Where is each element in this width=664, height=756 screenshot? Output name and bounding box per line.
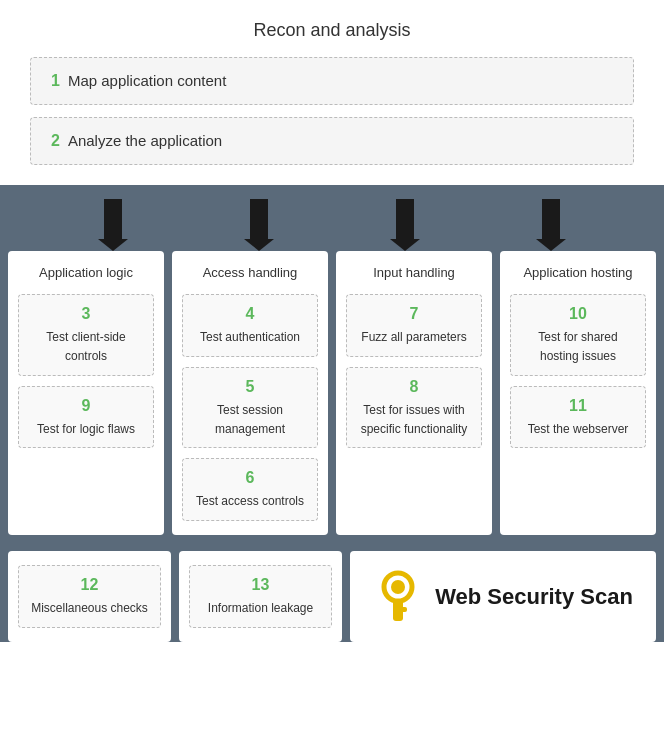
top-title: Recon and analysis: [30, 20, 634, 41]
bottom-col-12: 12 Miscellaneous checks: [8, 551, 171, 642]
item-12-label: Miscellaneous checks: [31, 601, 148, 615]
item-13: 13 Information leakage: [189, 565, 332, 628]
item-5-label: Test session management: [215, 403, 285, 436]
arrow-1: [104, 199, 122, 241]
brand-icon: [373, 567, 423, 627]
bottom-section: 12 Miscellaneous checks 13 Information l…: [0, 551, 664, 642]
arrow-2: [250, 199, 268, 241]
svg-rect-3: [393, 607, 407, 612]
column-access-handling: Access handling 4 Test authentication 5 …: [172, 251, 328, 535]
item-4-label: Test authentication: [200, 330, 300, 344]
item-11-number: 11: [519, 397, 637, 415]
item-13-label: Information leakage: [208, 601, 313, 615]
item-8-number: 8: [355, 378, 473, 396]
item-10-number: 10: [519, 305, 637, 323]
item-12: 12 Miscellaneous checks: [18, 565, 161, 628]
item-7-label: Fuzz all parameters: [361, 330, 466, 344]
column-title-access-handling: Access handling: [182, 265, 318, 280]
item-6-number: 6: [191, 469, 309, 487]
item-4: 4 Test authentication: [182, 294, 318, 357]
item-9: 9 Test for logic flaws: [18, 386, 154, 449]
arrow-4: [542, 199, 560, 241]
item-13-number: 13: [198, 576, 323, 594]
item-7: 7 Fuzz all parameters: [346, 294, 482, 357]
item-7-number: 7: [355, 305, 473, 323]
columns-section: Application logic 3 Test client-side con…: [0, 241, 664, 551]
item-5-number: 5: [191, 378, 309, 396]
item-10: 10 Test for shared hosting issues: [510, 294, 646, 376]
column-application-hosting: Application hosting 10 Test for shared h…: [500, 251, 656, 535]
item-9-number: 9: [27, 397, 145, 415]
item-3-number: 3: [27, 305, 145, 323]
svg-point-1: [391, 580, 405, 594]
column-title-input-handling: Input handling: [346, 265, 482, 280]
item-3-label: Test client-side controls: [46, 330, 125, 363]
item-8: 8 Test for issues with specific function…: [346, 367, 482, 449]
column-title-application-logic: Application logic: [18, 265, 154, 280]
step-1-box: 1Map application content: [30, 57, 634, 105]
arrows-row: [0, 191, 664, 241]
item-5: 5 Test session management: [182, 367, 318, 449]
bottom-col-13: 13 Information leakage: [179, 551, 342, 642]
brand-area: Web Security Scan: [350, 551, 656, 642]
item-11: 11 Test the webserver: [510, 386, 646, 449]
item-10-label: Test for shared hosting issues: [538, 330, 617, 363]
brand-text: Web Security Scan: [435, 584, 633, 610]
top-section: Recon and analysis 1Map application cont…: [0, 0, 664, 191]
item-6-label: Test access controls: [196, 494, 304, 508]
step-2-label: Analyze the application: [68, 132, 222, 149]
item-9-label: Test for logic flaws: [37, 422, 135, 436]
arrow-3: [396, 199, 414, 241]
item-3: 3 Test client-side controls: [18, 294, 154, 376]
item-6: 6 Test access controls: [182, 458, 318, 521]
column-input-handling: Input handling 7 Fuzz all parameters 8 T…: [336, 251, 492, 535]
column-title-application-hosting: Application hosting: [510, 265, 646, 280]
column-application-logic: Application logic 3 Test client-side con…: [8, 251, 164, 535]
item-12-number: 12: [27, 576, 152, 594]
step-2-number: 2: [51, 132, 60, 149]
step-1-label: Map application content: [68, 72, 226, 89]
step-2-box: 2Analyze the application: [30, 117, 634, 165]
brand-container: Web Security Scan: [373, 567, 633, 627]
item-8-label: Test for issues with specific functional…: [361, 403, 468, 436]
item-11-label: Test the webserver: [528, 422, 629, 436]
svg-rect-4: [393, 614, 403, 619]
step-1-number: 1: [51, 72, 60, 89]
item-4-number: 4: [191, 305, 309, 323]
